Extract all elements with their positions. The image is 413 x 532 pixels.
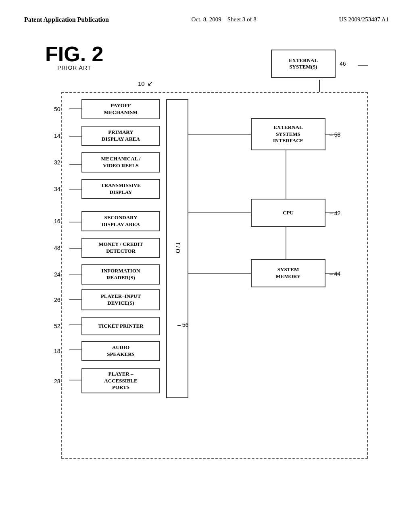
money-credit-detector-box: MONEY / CREDITDETECTOR [81, 238, 160, 258]
ref-48: 48 [54, 245, 60, 251]
ref-42: – 42 [330, 210, 340, 216]
page-header: Patent Application Publication Oct. 8, 2… [0, 0, 413, 31]
ref-28: 28 [54, 378, 60, 384]
ref-16: 16 [54, 218, 60, 224]
external-system-box: EXTERNALSYSTEM(S) [271, 50, 336, 78]
header-date: Oct. 8, 2009 [192, 16, 221, 23]
transmissive-display-box: TRANSMISSIVEDISPLAY [81, 179, 160, 199]
ref-58: – 58 [330, 131, 340, 138]
io-box: I/O [166, 99, 188, 398]
ref-46: 46 [340, 60, 346, 67]
header-publication: Patent Application Publication [24, 16, 109, 23]
audio-speakers-box: AUDIOSPEAKERS [81, 341, 160, 361]
ref-26: 26 [54, 297, 60, 303]
ref-32: 32 [54, 159, 60, 166]
external-systems-interface-box: EXTERNALSYSTEMSINTERFACE [251, 118, 325, 150]
player-accessible-ports-box: PLAYER –ACCESSIBLEPORTS [81, 368, 160, 393]
payoff-mechanism-box: PAYOFFMECHANISM [81, 99, 160, 119]
ref-50: 50 [54, 106, 60, 112]
ref-52: 52 [54, 323, 60, 329]
ref-44: – 44 [330, 270, 340, 277]
primary-display-area-box: PRIMARYDISPLAY AREA [81, 126, 160, 146]
ref-18: 18 [54, 348, 60, 354]
player-input-devices-box: PLAYER–INPUTDEVICE(S) [81, 289, 160, 310]
secondary-display-area-box: SECONDARYDISPLAY AREA [81, 211, 160, 231]
system-ref-10: 10 ↙ [138, 79, 153, 88]
header-date-sheet: Oct. 8, 2009 Sheet 3 of 8 [192, 16, 257, 23]
ref-34: 34 [54, 186, 60, 192]
diagram-area: FIG. 2 PRIOR ART [29, 39, 384, 483]
ref-56: – 56 [177, 322, 188, 328]
information-readers-box: INFORMATIONREADER(S) [81, 264, 160, 285]
video-reels-box: MECHANICAL /VIDEO REELS [81, 152, 160, 172]
header-patent-number: US 2009/253487 A1 [339, 16, 389, 23]
fig-title: FIG. 2 [45, 44, 103, 64]
cpu-box: CPU [251, 199, 325, 227]
ref-24: 24 [54, 271, 60, 278]
io-label: I/O [174, 243, 181, 254]
system-memory-box: SYSTEMMEMORY [251, 259, 325, 287]
header-sheet: Sheet 3 of 8 [227, 16, 257, 23]
ticket-printer-box: TICKET PRINTER [81, 317, 160, 335]
external-system-label: EXTERNALSYSTEM(S) [289, 57, 318, 70]
fig-label: FIG. 2 PRIOR ART [45, 44, 103, 71]
ref-14: 14 [54, 133, 60, 139]
